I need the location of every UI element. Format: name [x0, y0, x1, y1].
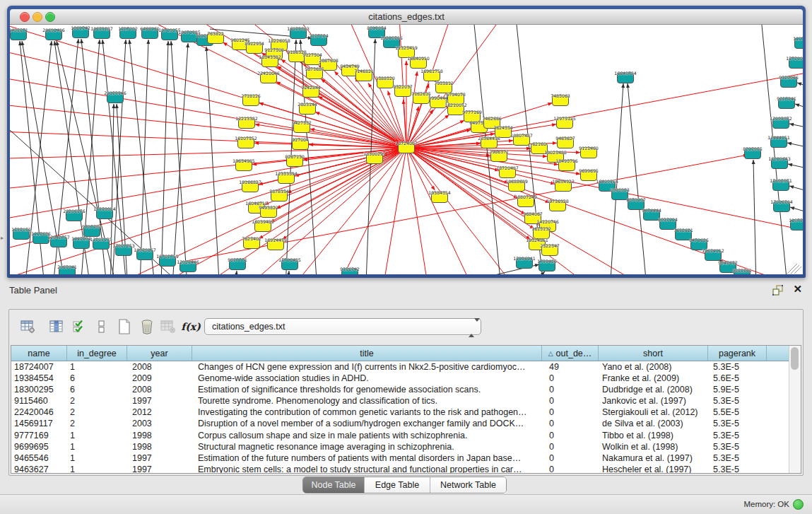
graph-node[interactable]: 18543382	[259, 54, 281, 67]
graph-node[interactable]: 19654923	[552, 179, 575, 192]
table-vertical-scrollbar[interactable]	[789, 346, 801, 473]
graph-node[interactable]: 20206576	[63, 209, 86, 221]
graph-node[interactable]: 10719155	[158, 28, 181, 40]
graph-node[interactable]: 18495796	[555, 158, 578, 171]
graph-node[interactable]: 10958167	[134, 247, 156, 260]
graph-node[interactable]: 8267130	[285, 154, 305, 167]
show-columns-icon[interactable]	[47, 317, 66, 336]
graph-node[interactable]: 16107552	[235, 136, 257, 148]
table-row[interactable]: 911546021997Tourette syndrome. Phenomeno…	[11, 395, 789, 407]
select-columns-icon[interactable]	[70, 317, 88, 336]
network-window-titlebar[interactable]: citations_edges.txt	[10, 9, 803, 25]
citation-graph[interactable]: 1405571206914061861542106532871527002646…	[10, 25, 803, 274]
graph-node[interactable]: 20364436	[478, 136, 500, 148]
network-canvas[interactable]: 1405571206914061861542106532871527002646…	[10, 25, 803, 274]
graph-node[interactable]: 2065041	[57, 264, 77, 275]
graph-node[interactable]: 10653287	[90, 26, 113, 39]
column-header-title[interactable]: title	[192, 346, 542, 361]
tab-network-table[interactable]: Network Table	[430, 477, 506, 493]
graph-node[interactable]: 20153346	[104, 90, 126, 103]
graph-node[interactable]: 8912954	[245, 41, 264, 54]
table-row[interactable]: 1938455462009Genome-wide association stu…	[11, 373, 789, 384]
graph-node[interactable]: 17016504	[770, 199, 793, 212]
graph-node[interactable]: 1861542	[71, 25, 90, 38]
close-panel-icon[interactable]: ✕	[793, 283, 802, 296]
graph-node[interactable]: 22420046	[257, 71, 280, 83]
row-height-icon[interactable]	[93, 317, 111, 336]
table-row[interactable]: 1456911722003Disruption of a novel membe…	[11, 418, 789, 429]
graph-node[interactable]: 7146821	[354, 69, 374, 81]
graph-node[interactable]: 9227341	[777, 96, 796, 109]
tab-edge-table[interactable]: Edge Table	[365, 477, 430, 493]
graph-node[interactable]: 18724007	[395, 141, 418, 153]
graph-node[interactable]: 2522547	[540, 243, 560, 256]
graph-node[interactable]: 12353594	[275, 171, 298, 184]
graph-node[interactable]: 1117533	[793, 36, 803, 49]
graph-node[interactable]: 16914479	[264, 238, 287, 250]
graph-node[interactable]: 19756928	[546, 199, 569, 211]
new-table-icon[interactable]	[115, 317, 134, 336]
graph-node[interactable]: 9463627	[555, 136, 575, 148]
graph-node[interactable]: 15720407	[496, 165, 519, 178]
graph-node[interactable]: 16039489	[252, 219, 274, 232]
table-row[interactable]: 2242004622012Investigating the contribut…	[11, 407, 789, 418]
graph-node[interactable]: 1187534	[789, 218, 803, 230]
graph-node[interactable]: 9356542	[340, 267, 360, 275]
table-row[interactable]: 1872400712008Changes of HCN gene express…	[11, 361, 789, 373]
graph-node[interactable]: 16640910	[407, 56, 430, 69]
graph-node[interactable]: 10654112	[702, 248, 724, 261]
graph-node[interactable]: 2718126	[241, 93, 261, 106]
panel-collapse-arrow[interactable]: ▸	[1, 235, 4, 241]
table-row[interactable]: 969969511998Structural magnetic resonanc…	[11, 441, 789, 452]
graph-node[interactable]: 19384554	[428, 190, 451, 203]
column-header-short[interactable]: short	[599, 346, 708, 361]
graph-node[interactable]: 9242844	[301, 85, 321, 98]
float-window-icon[interactable]	[772, 284, 784, 296]
graph-node[interactable]: 18300295	[363, 151, 386, 164]
graph-node[interactable]: 1527002	[118, 26, 138, 39]
graph-node[interactable]: 12975125	[553, 116, 576, 129]
graph-node[interactable]: 17359924	[93, 206, 116, 219]
table-row[interactable]: 977716911998Corpus callosum shape and si…	[11, 430, 789, 441]
graph-node[interactable]: 15692971	[770, 178, 792, 191]
graph-node[interactable]: 9853561	[732, 268, 752, 275]
graph-node[interactable]: 13505135	[90, 237, 112, 250]
table-row[interactable]: 946362711997Embryonic stem cells: a mode…	[11, 464, 789, 473]
graph-node[interactable]: 20691406	[42, 28, 65, 40]
graph-node[interactable]: 9427552	[292, 120, 312, 133]
graph-node[interactable]: 2803144	[298, 102, 317, 115]
graph-node[interactable]: 7357224	[309, 33, 329, 46]
graph-node[interactable]: 6466161	[140, 26, 160, 39]
scrollbar-thumb[interactable]	[791, 347, 799, 370]
column-header-in_degree[interactable]: in_degree	[67, 346, 127, 361]
graph-node[interactable]: 8878354	[269, 189, 289, 201]
graph-node[interactable]: 12444151	[767, 135, 790, 148]
graph-node[interactable]: 18807249	[514, 194, 537, 207]
graph-node[interactable]: 1733426	[537, 259, 557, 271]
graph-node[interactable]: 8322037	[393, 84, 413, 97]
graph-node[interactable]: 9115460	[579, 146, 599, 158]
graph-node[interactable]: 9493822	[259, 205, 278, 218]
graph-node[interactable]: 12942757	[47, 235, 70, 247]
delete-rows-icon[interactable]	[138, 317, 156, 336]
memory-ok-indicator[interactable]	[793, 499, 804, 510]
table-row[interactable]: 946554611997Estimation of the future num…	[11, 452, 789, 464]
graph-node[interactable]: 16053803	[287, 26, 310, 39]
graph-node[interactable]: 16648784	[614, 71, 637, 83]
graph-node[interactable]: 917004	[292, 137, 309, 150]
graph-node[interactable]: 8215955	[743, 146, 763, 159]
graph-node[interactable]: 12213382	[235, 116, 258, 129]
table-selector-dropdown[interactable]: citations_edges.txt	[204, 318, 481, 335]
graph-node[interactable]: 1588520	[375, 76, 395, 88]
graph-node[interactable]: 7625402	[242, 236, 261, 249]
graph-node[interactable]: 16210643	[768, 156, 791, 169]
column-header-year[interactable]: year	[127, 346, 192, 361]
graph-node[interactable]: 12923446	[177, 259, 199, 272]
graph-node[interactable]: 5875685	[305, 66, 324, 79]
tab-node-table[interactable]: Node Table	[303, 477, 365, 493]
graph-node[interactable]: 10688609	[505, 179, 528, 192]
graph-node[interactable]: 1535051	[11, 227, 31, 240]
column-header-pagerank[interactable]: pagerank	[708, 346, 767, 361]
graph-node[interactable]: 9857771	[228, 257, 247, 270]
graph-node[interactable]: 15751074	[786, 56, 803, 69]
